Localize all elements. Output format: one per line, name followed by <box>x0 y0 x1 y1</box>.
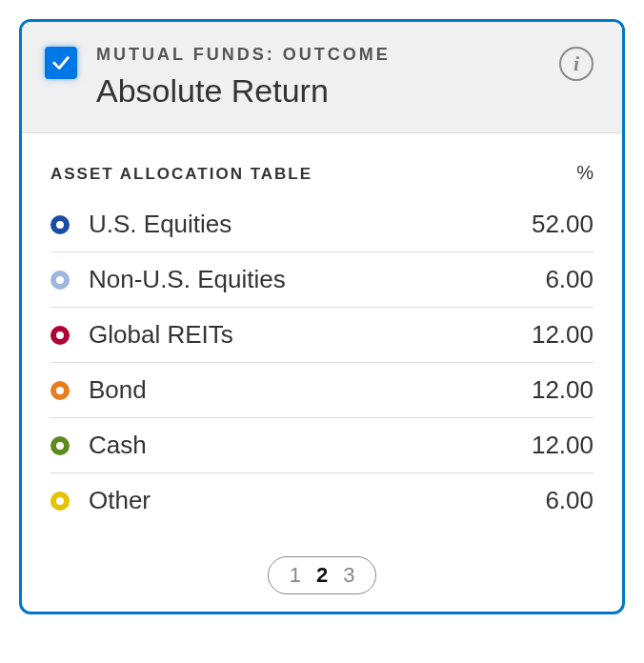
pagination: 123 <box>22 543 622 612</box>
color-dot-icon <box>50 436 70 455</box>
row-label: Bond <box>89 375 513 405</box>
page-3[interactable]: 3 <box>343 563 354 588</box>
row-label: Non-U.S. Equities <box>89 265 526 294</box>
table-row: U.S. Equities52.00 <box>50 197 594 252</box>
row-value: 12.00 <box>532 431 594 460</box>
table-row: Bond12.00 <box>50 363 594 418</box>
percent-header: % <box>576 162 594 184</box>
fund-title: Absolute Return <box>96 72 540 110</box>
category-eyebrow: MUTUAL FUNDS: OUTCOME <box>96 45 540 65</box>
row-label: Other <box>89 486 526 515</box>
color-dot-icon <box>50 381 70 400</box>
row-value: 12.00 <box>532 320 594 350</box>
allocation-rows: U.S. Equities52.00Non-U.S. Equities6.00G… <box>50 197 594 528</box>
row-label: Global REITs <box>89 320 513 350</box>
row-value: 12.00 <box>532 375 594 405</box>
card-body: ASSET ALLOCATION TABLE % U.S. Equities52… <box>22 133 622 543</box>
row-label: Cash <box>89 431 513 460</box>
color-dot-icon <box>50 215 70 234</box>
table-header: ASSET ALLOCATION TABLE % <box>50 162 594 197</box>
table-row: Global REITs12.00 <box>50 308 594 363</box>
row-value: 6.00 <box>545 486 594 515</box>
table-row: Other6.00 <box>50 473 594 528</box>
page-group: 123 <box>268 556 377 594</box>
table-row: Cash12.00 <box>50 418 594 473</box>
color-dot-icon <box>50 492 70 511</box>
info-icon[interactable]: i <box>559 47 594 81</box>
table-row: Non-U.S. Equities6.00 <box>50 252 594 308</box>
fund-card: MUTUAL FUNDS: OUTCOME Absolute Return i … <box>19 19 625 614</box>
row-value: 52.00 <box>532 210 594 239</box>
table-title: ASSET ALLOCATION TABLE <box>50 165 312 184</box>
check-icon <box>50 52 71 73</box>
card-header: MUTUAL FUNDS: OUTCOME Absolute Return i <box>22 22 622 133</box>
select-checkbox[interactable] <box>45 47 77 79</box>
page-2[interactable]: 2 <box>316 563 328 588</box>
row-label: U.S. Equities <box>89 210 513 239</box>
page-1[interactable]: 1 <box>290 563 301 588</box>
header-text: MUTUAL FUNDS: OUTCOME Absolute Return <box>96 45 540 110</box>
color-dot-icon <box>50 271 70 290</box>
color-dot-icon <box>50 326 70 345</box>
row-value: 6.00 <box>545 265 594 294</box>
